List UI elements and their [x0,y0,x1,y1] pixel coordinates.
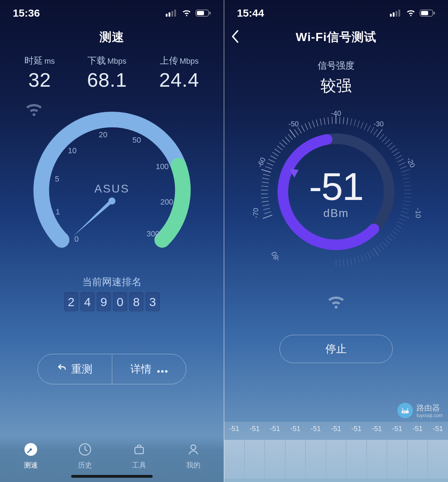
stop-button[interactable]: 停止 [279,335,393,363]
history-bar [387,440,407,479]
tab-mine[interactable]: 我的 [186,442,200,470]
latency-label: 时延 [24,55,43,66]
rank-digit: 4 [80,292,95,311]
history-value: -51 [229,425,239,433]
history-value: -51 [270,425,280,433]
more-icon [156,363,168,375]
history-value: -51 [311,425,321,433]
svg-rect-1 [169,12,170,17]
upload-value: 24.4 [159,68,199,91]
gauge-icon [24,442,38,458]
svg-rect-30 [433,12,435,15]
download-unit: Mbps [107,57,126,65]
latency-value: 32 [24,68,55,91]
person-icon [186,442,200,458]
retest-label: 重测 [71,362,92,377]
clock-icon [78,442,92,458]
svg-rect-3 [174,10,176,17]
history-bar [306,440,326,479]
svg-point-138 [403,412,404,413]
svg-rect-5 [197,11,204,15]
status-time: 15:44 [237,7,264,19]
left-phone: 15:36 测速 时延ms [0,0,224,482]
history-bar [346,440,367,479]
svg-point-23 [191,445,196,450]
status-bar: 15:36 [0,0,224,21]
svg-rect-24 [390,14,392,17]
router-logo-icon [397,403,413,418]
cellular-icon [390,10,402,17]
upload-stat: 上传Mbps 24.4 [159,54,199,91]
latency-unit: ms [44,57,55,65]
tab-label: 我的 [186,460,200,470]
network-name: ASUS [94,182,129,195]
strength-label: 信号强度 [224,59,448,72]
rank-digit: 2 [64,292,78,311]
status-bar: 15:44 [224,0,448,21]
svg-rect-25 [393,12,395,17]
wifi-icon [406,9,416,17]
svg-point-20 [30,448,32,451]
history-bar [245,440,265,479]
tab-tools[interactable]: 工具 [132,442,146,470]
rank-digit: 9 [97,292,111,311]
tab-label: 测速 [24,460,38,470]
svg-rect-26 [396,11,397,17]
svg-rect-2 [171,11,173,17]
watermark-brand: 路由器 [416,403,440,412]
header: 测速 [0,25,224,50]
svg-rect-29 [421,11,428,15]
svg-point-139 [405,412,406,413]
briefcase-icon [132,442,146,458]
history-bar [285,440,306,479]
retest-button[interactable]: 重测 [38,354,112,384]
tab-label: 工具 [132,460,146,470]
download-stat: 下载Mbps 68.1 [87,54,127,91]
cellular-icon [166,10,178,17]
page-title: Wi-Fi信号测试 [296,29,376,45]
history-value: -51 [413,425,423,433]
action-pill: 重测 详情 [38,354,186,384]
undo-icon [57,363,67,375]
rank-digit: 3 [146,292,160,311]
latency-stat: 时延ms 32 [24,54,55,91]
wifi-icon [224,294,448,310]
details-button[interactable]: 详情 [112,354,186,384]
tab-label: 历史 [78,460,92,470]
strength-level: 较强 [224,75,448,96]
history-value: -51 [392,425,402,433]
stop-label: 停止 [325,342,347,356]
battery-icon [420,9,435,17]
signal-gauge: -40 -50 -30 -60 -20 -70 -10 -80 -51 dBm [244,100,428,284]
header: Wi-Fi信号测试 [224,25,448,50]
svg-rect-6 [209,12,211,15]
rank-digit: 8 [129,292,143,311]
history-value: -51 [351,425,362,433]
tab-speed[interactable]: 测速 [24,442,38,470]
tab-history[interactable]: 历史 [78,442,92,470]
history-bar [428,440,448,479]
history-bar [265,440,285,479]
page-title: 测速 [100,29,124,45]
wifi-icon [181,9,192,17]
tab-bar: 测速 历史 工具 我的 [0,436,224,482]
history-value: -51 [250,425,260,433]
history-bar [326,440,346,479]
back-button[interactable] [231,29,240,45]
history-value: -51 [331,425,341,433]
svg-rect-0 [166,14,168,17]
watermark: 路由器 luyouqi.com [397,403,443,418]
history-bar [408,440,428,479]
download-value: 68.1 [87,68,127,91]
status-time: 15:36 [13,7,40,19]
svg-rect-22 [135,447,143,454]
speed-ranking: 当前网速排名 2 4 9 0 8 3 [0,275,224,311]
dbm-value: -51 [309,164,363,209]
home-indicator[interactable] [71,475,153,478]
svg-rect-27 [398,10,400,17]
rank-digit: 0 [113,292,127,311]
history-value: -51 [290,425,301,433]
history-strip: -51-51-51-51-51-51-51-51-51-51-51 [224,422,448,482]
speed-gauge: 0 1 5 10 20 50 100 200 300⁺ [23,102,200,279]
right-phone: 15:44 Wi-Fi信号测试 [224,0,448,482]
